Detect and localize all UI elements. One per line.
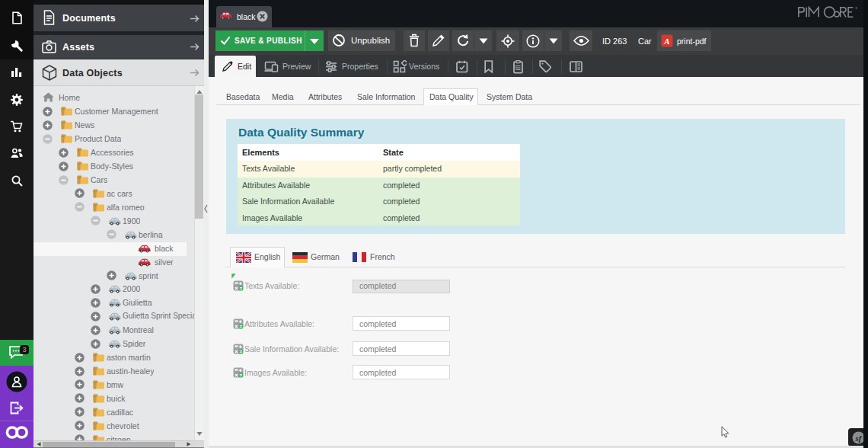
svg-text:sf: sf [855, 434, 863, 443]
svg-text:A: A [663, 37, 669, 46]
svg-text:3: 3 [22, 346, 26, 354]
